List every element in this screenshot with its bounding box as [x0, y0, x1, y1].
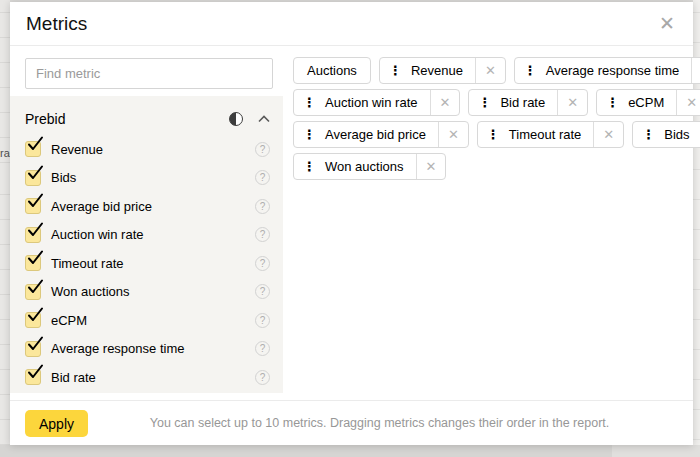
- help-icon[interactable]: ?: [255, 370, 270, 385]
- metric-label: Bids: [51, 170, 76, 185]
- selected-metric-chip[interactable]: Auctions: [293, 57, 371, 84]
- chip-label: Auction win rate: [318, 95, 430, 110]
- metric-checkbox-checked[interactable]: [25, 312, 41, 328]
- chip-label: Average bid price: [318, 127, 438, 142]
- background-page-bottom-strip: [0, 445, 700, 457]
- selected-metric-chip[interactable]: ⋮ Won auctions ✕: [293, 153, 446, 180]
- chip-row: ⋮ Average bid price ✕ ⋮ Timeout rate ✕ ⋮…: [293, 121, 700, 148]
- chip-label: Won auctions: [318, 159, 416, 174]
- help-icon[interactable]: ?: [255, 313, 270, 328]
- apply-button[interactable]: Apply: [25, 410, 88, 437]
- drag-handle-icon[interactable]: ⋮: [478, 128, 502, 141]
- metric-checkbox-checked[interactable]: [25, 170, 41, 186]
- drag-handle-icon[interactable]: ⋮: [380, 64, 404, 77]
- chip-row: ⋮ Auction win rate ✕ ⋮ Bid rate ✕ ⋮ eCPM…: [293, 89, 700, 116]
- drag-handle-icon[interactable]: ⋮: [294, 160, 318, 173]
- selected-metrics-area: Auctions ⋮ Revenue ✕ ⋮ Average response …: [283, 46, 700, 400]
- chip-label: Bid rate: [493, 95, 557, 110]
- metric-label: Won auctions: [51, 284, 130, 299]
- metric-row: eCPM ?: [25, 306, 270, 335]
- help-icon[interactable]: ?: [255, 341, 270, 356]
- selected-metric-chip[interactable]: ⋮ Auction win rate ✕: [293, 89, 460, 116]
- remove-icon[interactable]: ✕: [438, 122, 468, 147]
- remove-icon[interactable]: ✕: [691, 58, 700, 83]
- selected-metric-chip[interactable]: ⋮ Bids ✕: [632, 121, 700, 148]
- metrics-group-header: Prebid: [25, 107, 270, 131]
- metric-row: Bids ?: [25, 164, 270, 193]
- search-wrap: [25, 58, 273, 89]
- remove-icon[interactable]: ✕: [475, 58, 505, 83]
- metric-row: Bid rate ?: [25, 363, 270, 392]
- help-icon[interactable]: ?: [255, 256, 270, 271]
- remove-icon[interactable]: ✕: [557, 90, 587, 115]
- metric-checkbox-checked[interactable]: [25, 341, 41, 357]
- selected-metric-chip[interactable]: ⋮ Average bid price ✕: [293, 121, 469, 148]
- chip-label: Timeout rate: [502, 127, 594, 142]
- background-clipped-text: rag: [0, 147, 10, 159]
- help-icon[interactable]: ?: [255, 170, 270, 185]
- metric-label: Average bid price: [51, 199, 152, 214]
- help-icon[interactable]: ?: [255, 199, 270, 214]
- remove-icon[interactable]: ✕: [593, 122, 623, 147]
- metric-checkbox-checked[interactable]: [25, 141, 41, 157]
- chip-row: ⋮ Won auctions ✕: [293, 153, 700, 180]
- metric-row: Average bid price ?: [25, 192, 270, 221]
- metric-row: Average response time ?: [25, 335, 270, 364]
- remove-icon[interactable]: ✕: [676, 90, 700, 115]
- drag-handle-icon[interactable]: ⋮: [294, 96, 318, 109]
- footer-hint: You can select up to 10 metrics. Draggin…: [150, 416, 610, 430]
- help-icon[interactable]: ?: [255, 284, 270, 299]
- group-label: Prebid: [25, 111, 65, 127]
- metric-checkbox-checked[interactable]: [25, 198, 41, 214]
- drag-handle-icon[interactable]: ⋮: [515, 64, 539, 77]
- selected-metric-chip[interactable]: ⋮ Timeout rate ✕: [477, 121, 624, 148]
- chip-label: eCPM: [621, 95, 676, 110]
- metric-label: Bid rate: [51, 370, 96, 385]
- chip-label: Bids: [657, 127, 700, 142]
- modal-footer: Apply You can select up to 10 metrics. D…: [10, 400, 693, 444]
- background-bottom-segment: [0, 445, 612, 457]
- chip-label: Average response time: [539, 63, 691, 78]
- help-icon[interactable]: ?: [255, 227, 270, 242]
- background-bottom-segment: [612, 445, 700, 457]
- metric-row: Won auctions ?: [25, 278, 270, 307]
- background-page-left-strip: rag: [0, 0, 10, 457]
- metric-checkbox-checked[interactable]: [25, 284, 41, 300]
- metric-row: Revenue ?: [25, 135, 270, 164]
- metrics-picker-column: Prebid Revenue ? B: [10, 46, 283, 400]
- half-filled-circle-icon[interactable]: [229, 112, 243, 126]
- selected-metric-chip[interactable]: ⋮ eCPM ✕: [596, 89, 700, 116]
- metric-label: Auction win rate: [51, 227, 144, 242]
- modal-header: Metrics ✕: [10, 2, 693, 46]
- selected-metric-chip[interactable]: ⋮ Revenue ✕: [379, 57, 506, 84]
- remove-icon[interactable]: ✕: [430, 90, 460, 115]
- selected-metrics-chips: Auctions ⋮ Revenue ✕ ⋮ Average response …: [293, 57, 700, 180]
- chevron-up-icon[interactable]: [258, 115, 270, 123]
- remove-icon[interactable]: ✕: [416, 154, 446, 179]
- metric-checkbox-checked[interactable]: [25, 227, 41, 243]
- metric-label: Timeout rate: [51, 256, 124, 271]
- metrics-modal: Metrics ✕ Prebid: [10, 2, 693, 445]
- selected-metric-chip[interactable]: ⋮ Bid rate ✕: [468, 89, 588, 116]
- drag-handle-icon[interactable]: ⋮: [633, 128, 657, 141]
- metric-row: Timeout rate ?: [25, 249, 270, 278]
- metric-row: Auction win rate ?: [25, 221, 270, 250]
- drag-handle-icon[interactable]: ⋮: [469, 96, 493, 109]
- metric-checkbox-checked[interactable]: [25, 369, 41, 385]
- selected-metric-chip[interactable]: ⋮ Average response time ✕: [514, 57, 700, 84]
- chip-row: Auctions ⋮ Revenue ✕ ⋮ Average response …: [293, 57, 700, 84]
- chip-label: Auctions: [294, 63, 370, 78]
- drag-handle-icon[interactable]: ⋮: [597, 96, 621, 109]
- modal-title: Metrics: [26, 13, 87, 35]
- group-icons: [229, 112, 270, 126]
- drag-handle-icon[interactable]: ⋮: [294, 128, 318, 141]
- metrics-group-panel: Prebid Revenue ? B: [10, 96, 283, 393]
- search-input[interactable]: [25, 58, 273, 89]
- help-icon[interactable]: ?: [255, 142, 270, 157]
- metric-label: Average response time: [51, 341, 184, 356]
- close-icon[interactable]: ✕: [657, 12, 677, 36]
- metric-label: eCPM: [51, 313, 87, 328]
- metrics-checkbox-list: Revenue ? Bids ? Average bid price ? Auc…: [25, 135, 270, 392]
- metric-checkbox-checked[interactable]: [25, 255, 41, 271]
- modal-body: Prebid Revenue ? B: [10, 46, 693, 400]
